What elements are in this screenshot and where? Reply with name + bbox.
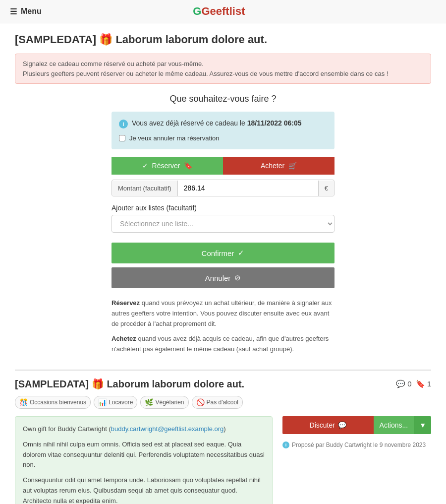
desc-achetez-text: quand vous avez déjà acquis ce cadeau, a… xyxy=(112,335,329,353)
tag-vegetarien-label: Végétarien xyxy=(155,399,184,406)
right-buttons: Discuter 💬 Actions... ▼ xyxy=(282,416,431,434)
menu-label: Menu xyxy=(21,7,42,16)
gift-description: Omnis nihil nihil culpa eum omnis. Offic… xyxy=(23,440,265,504)
header: ☰ Menu GGeeftlist xyxy=(0,0,446,23)
amount-currency: € xyxy=(318,181,334,196)
tag-occasions: 🎊 Occasions bienvenus xyxy=(15,396,91,409)
amount-input[interactable] xyxy=(178,180,318,196)
tag-alcool-icon: 🚫 xyxy=(196,398,205,406)
cart-icon: 🛒 xyxy=(288,162,297,170)
check-icon: ✓ xyxy=(142,162,148,170)
chat-count: 💬 0 xyxy=(396,379,411,388)
product-actions-right: 💬 0 🔖 1 xyxy=(396,379,431,388)
tag-locavore-icon: 📊 xyxy=(98,398,107,406)
alert-line1: Signalez ce cadeau comme réservé ou ache… xyxy=(23,59,423,69)
proposed-text: Proposé par Buddy Cartwright le 9 novemb… xyxy=(292,441,426,448)
two-col-layout: Own gift for Buddy Cartwright (buddy.car… xyxy=(15,416,431,504)
acheter-button[interactable]: Acheter 🛒 xyxy=(223,157,334,175)
discuter-chat-icon: 💬 xyxy=(338,421,346,429)
owner-line: Own gift for Buddy Cartwright (buddy.car… xyxy=(23,424,265,435)
title-emoji: 🎁 xyxy=(99,33,115,46)
cancel-reservation-row: Je veux annuler ma réservation xyxy=(119,134,327,142)
description-text: Réservez quand vous prévoyez un achat ul… xyxy=(112,298,334,355)
page-title: [SAMPLEDATA] 🎁 Laborum laborum dolore au… xyxy=(15,33,431,46)
bookmark-count: 🔖 1 xyxy=(416,379,431,388)
gift-desc-para2: Consequuntur odit qui amet tempora unde.… xyxy=(23,475,265,504)
info-text: Vous avez déjà réservé ce cadeau le 18/1… xyxy=(132,119,301,127)
site-logo[interactable]: GGeeftlist xyxy=(193,5,245,18)
owner-text: Own gift for Buddy Cartwright ( xyxy=(23,425,111,433)
amount-label: Montant (facultatif) xyxy=(112,181,178,196)
product-header: [SAMPLEDATA] 🎁 Laborum laborum dolore au… xyxy=(15,378,431,390)
desc-reserve-title: Réservez xyxy=(112,299,140,307)
title-name: Laborum laborum dolore aut. xyxy=(115,33,267,46)
form-section-title: Que souhaitez-vous faire ? xyxy=(112,94,334,104)
menu-button[interactable]: ☰ Menu xyxy=(10,7,42,16)
product-bookmark-icon: 🔖 xyxy=(416,379,425,388)
actions-chevron-button[interactable]: ▼ xyxy=(414,416,431,434)
chat-icon: 💬 xyxy=(396,379,405,388)
lists-label: Ajouter aux listes (facultatif) xyxy=(112,204,334,212)
info-box: i Vous avez déjà réservé ce cadeau le 18… xyxy=(112,112,334,149)
chevron-down-icon: ▼ xyxy=(419,421,426,429)
amount-row: Montant (facultatif) € xyxy=(112,180,334,196)
lists-select[interactable]: Sélectionnez une liste... xyxy=(112,215,334,233)
tag-locavore: 📊 Locavore xyxy=(94,396,137,409)
tag-occasions-label: Occasions bienvenus xyxy=(30,399,86,406)
action-form: Que souhaitez-vous faire ? i Vous avez d… xyxy=(112,94,334,355)
tags-row: 🎊 Occasions bienvenus 📊 Locavore 🌿 Végét… xyxy=(15,396,431,409)
hamburger-icon: ☰ xyxy=(10,7,17,16)
info-icon: i xyxy=(119,120,128,128)
confirmer-button[interactable]: Confirmer ✓ xyxy=(112,243,334,263)
cancel-reservation-label: Je veux annuler ma réservation xyxy=(129,134,219,142)
tag-vegetarien-icon: 🌿 xyxy=(145,398,153,406)
owner-email-link[interactable]: buddy.cartwright@geeftlist.example.org xyxy=(111,425,224,433)
bookmark-icon: 🔖 xyxy=(184,162,192,170)
lists-section: Ajouter aux listes (facultatif) Sélectio… xyxy=(112,204,334,233)
discuter-button[interactable]: Discuter 💬 xyxy=(282,416,374,434)
desc-reserve-text: quand vous prévoyez un achat ultérieur, … xyxy=(112,299,332,327)
alert-line2: Plusieurs geefters peuvent réserver ou a… xyxy=(23,69,423,79)
tag-occasions-icon: 🎊 xyxy=(19,398,28,406)
logo-text: Geeftlist xyxy=(201,5,245,17)
owner-text-end: ) xyxy=(223,425,225,433)
left-col: Own gift for Buddy Cartwright (buddy.car… xyxy=(15,416,273,504)
title-sample: [SAMPLEDATA] xyxy=(15,33,96,46)
confirmer-check-icon: ✓ xyxy=(238,249,244,257)
gift-desc-para1: Omnis nihil nihil culpa eum omnis. Offic… xyxy=(23,440,265,470)
reserver-button[interactable]: ✓ Réserver 🔖 xyxy=(112,157,223,175)
annuler-button[interactable]: Annuler ⊘ xyxy=(112,267,334,288)
gift-card: Own gift for Buddy Cartwright (buddy.car… xyxy=(15,416,273,504)
proposed-info-icon: i xyxy=(282,441,289,448)
product-section: [SAMPLEDATA] 🎁 Laborum laborum dolore au… xyxy=(15,370,431,504)
tag-alcool-label: Pas d'alcool xyxy=(207,399,238,406)
tag-locavore-label: Locavore xyxy=(109,399,133,406)
desc-achetez-title: Achetez xyxy=(112,335,136,342)
cancel-reservation-checkbox[interactable] xyxy=(119,135,125,141)
annuler-clock-icon: ⊘ xyxy=(234,273,241,282)
product-title: [SAMPLEDATA] 🎁 Laborum laborum dolore au… xyxy=(15,378,244,390)
proposed-info: i Proposé par Buddy Cartwright le 9 nove… xyxy=(282,441,431,448)
alert-box: Signalez ce cadeau comme réservé ou ache… xyxy=(15,54,431,84)
product-gift-emoji: 🎁 xyxy=(92,378,107,389)
tag-pas-alcool: 🚫 Pas d'alcool xyxy=(192,396,243,409)
action-buttons-row: ✓ Réserver 🔖 Acheter 🛒 xyxy=(112,157,334,175)
actions-button[interactable]: Actions... xyxy=(374,416,414,434)
tag-vegetarien: 🌿 Végétarien xyxy=(140,396,188,409)
right-col: Discuter 💬 Actions... ▼ i Proposé par Bu… xyxy=(282,416,431,504)
main-content: [SAMPLEDATA] 🎁 Laborum laborum dolore au… xyxy=(0,23,446,504)
